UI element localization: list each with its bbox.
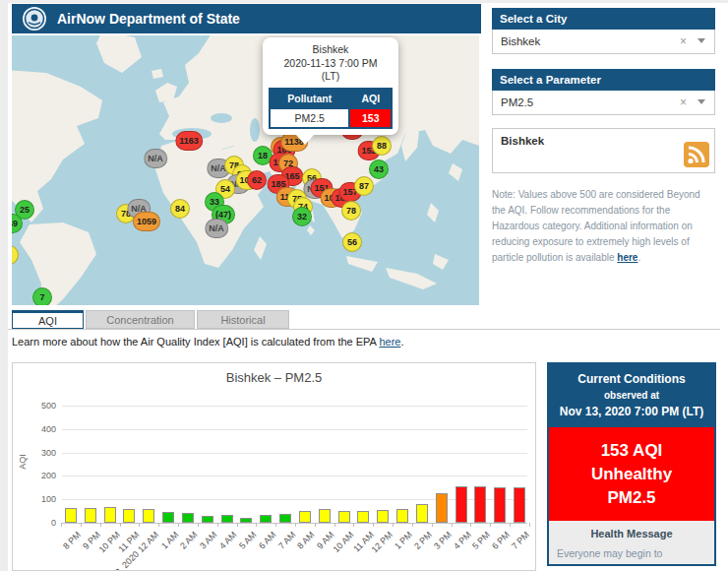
city-clear-icon[interactable]: × [680,34,687,48]
aqi-bar[interactable] [436,493,448,523]
sidebar-note-suffix: . [637,252,640,263]
map-popup: Bishkek 2020-11-13 7:00 PM (LT) Pollutan… [263,37,398,135]
chart-x-tick [432,523,433,527]
chart-x-tick-label: 4 AM [217,530,239,551]
aqi-bar[interactable] [455,486,467,523]
chart-x-tick [217,523,218,527]
tab-historical[interactable]: Historical [197,310,289,329]
map[interactable]: 25497778N/A105984N/A1163N/A7895N/A107625… [12,35,479,305]
chart-x-tick [81,523,82,527]
aqi-bar[interactable] [85,508,96,523]
aqi-bar[interactable] [396,509,408,523]
popup-pollutant-value: PM2.5 [270,108,349,128]
cc-aqi-pollutant: PM2.5 [551,486,712,510]
chart-x-tick-label: 6 AM [257,530,278,551]
popup-col-pollutant: Pollutant [270,89,349,108]
chart-gridline [62,453,527,454]
chart-x-tick-label: 7 PM [510,530,531,551]
aqi-marker[interactable]: 43 [369,159,389,179]
chart-x-tick [510,523,511,527]
page-margin-top [0,0,728,3]
chart-x-tick [452,523,453,527]
aqi-bar[interactable] [338,511,350,523]
param-select[interactable]: PM2.5 × [492,91,715,115]
tab-aqi[interactable]: AQI [12,310,84,329]
note-here-link[interactable]: here [617,252,637,263]
health-message-title: Health Message [549,528,714,539]
tab-concentration[interactable]: Concentration [86,310,195,329]
chart-gridline [62,476,527,476]
chart-x-tick-label: 6 PM [490,530,512,551]
chart-title: Bishkek – PM2.5 [13,370,535,385]
param-select-header: Select a Parameter [492,69,715,91]
city-select[interactable]: Bishkek × [492,30,715,54]
chart-x-tick [120,523,121,527]
aqi-bar[interactable] [299,511,311,523]
aqi-bar[interactable] [182,513,194,523]
aqi-bar[interactable] [377,510,389,523]
aqi-bar[interactable] [474,486,486,523]
aqi-marker[interactable]: 87 [354,176,374,196]
rss-search-box[interactable]: Bishkek [492,128,715,173]
city-caret-icon[interactable] [698,38,705,47]
cc-observed-at: observed at [551,388,712,403]
aqi-bar[interactable] [202,516,213,523]
aqi-marker[interactable]: 78 [341,201,361,221]
aqi-bar[interactable] [357,511,369,523]
health-message-block: Health Message Everyone may begin to exp… [549,521,714,566]
aqi-marker[interactable]: 1163 [175,131,203,151]
aqi-marker[interactable]: 62 [247,170,267,190]
aqi-bar[interactable] [123,509,135,523]
chart-x-tick [256,523,257,527]
aqi-marker[interactable]: 32 [292,207,312,226]
aqi-bar[interactable] [162,512,174,523]
chart-x-tick [393,523,394,527]
rss-icon[interactable] [684,142,709,167]
chart-x-tick [490,523,491,527]
cc-datetime: Nov 13, 2020 7:00 PM (LT) [551,403,712,420]
aqi-bar[interactable] [319,509,331,523]
param-select-box: Select a Parameter PM2.5 × [492,69,715,115]
aqi-bar[interactable] [279,514,291,523]
chart-y-tick-label: 400 [29,424,56,434]
param-caret-icon[interactable] [698,99,705,108]
chart-x-tick-label: 5 PM [470,530,492,551]
aqi-bar[interactable] [514,487,525,523]
param-clear-icon[interactable]: × [680,95,687,109]
aqi-bar[interactable] [416,504,428,523]
city-select-header: Select a City [492,8,715,30]
chart-x-tick [100,523,101,527]
learn-more-link[interactable]: here [379,336,400,348]
chart-x-tick-label: 8 AM [295,530,317,551]
chart-panel: Bishkek – PM2.5 AQI 01002003004005008 PM… [12,362,536,571]
chart-x-tick [139,523,140,527]
chart-x-tick [275,523,276,527]
aqi-marker[interactable]: 88 [372,136,392,156]
aqi-bar[interactable] [240,518,252,523]
cc-aqi-category: Unhealthy [551,463,712,486]
aqi-marker[interactable]: 84 [170,199,190,219]
aqi-bar[interactable] [143,509,154,523]
param-select-value: PM2.5 [501,96,533,108]
popup-aqi-value: 153 [349,108,392,128]
tabs-underline [8,329,720,330]
chart-x-tick-label: 3 AM [198,530,219,551]
page-title: AirNow Department of State [57,11,240,27]
chart-x-tick [315,523,316,527]
aqi-marker[interactable]: 56 [342,232,362,252]
popup-table: Pollutant AQI PM2.5 153 [269,88,393,129]
aqi-marker[interactable]: N/A [144,149,167,168]
aqi-bar[interactable] [260,515,272,523]
aqi-bar[interactable] [65,508,77,523]
aqi-marker[interactable]: 1059 [133,212,160,231]
chart-gridline [62,406,527,407]
chart-x-tick [334,523,335,527]
city-select-value: Bishkek [501,35,540,47]
aqi-marker[interactable]: N/A [205,219,228,238]
aqi-bar[interactable] [221,515,233,523]
aqi-bar[interactable] [104,507,116,523]
chart-x-tick-label: 7 AM [276,530,298,551]
aqi-marker[interactable]: 7 [32,287,52,305]
aqi-bar[interactable] [494,487,506,523]
learn-more-suffix: . [400,336,403,348]
